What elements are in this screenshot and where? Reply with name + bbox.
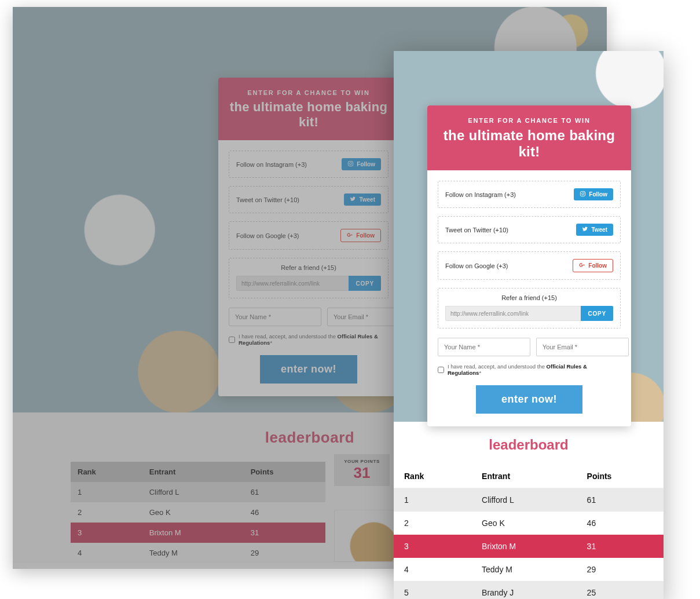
cell-entrant: Geo K bbox=[142, 502, 244, 523]
your-points-card: YOUR POINTS 31 bbox=[334, 454, 390, 486]
col-points: Points bbox=[244, 462, 325, 482]
follow-google-button[interactable]: Follow bbox=[340, 229, 381, 242]
tweet-button[interactable]: Tweet bbox=[576, 224, 613, 236]
leaderboard-table: Rank Entrant Points 1Clifford L612Geo K4… bbox=[394, 465, 664, 599]
cell-rank: 3 bbox=[394, 535, 471, 558]
action-label: Follow on Google (+3) bbox=[236, 232, 299, 239]
card-header: ENTER FOR A CHANCE TO WIN the ultimate h… bbox=[218, 78, 399, 140]
action-label: Follow on Google (+3) bbox=[445, 262, 508, 269]
entry-card: ENTER FOR A CHANCE TO WIN the ultimate h… bbox=[218, 78, 399, 396]
table-row: 4Teddy M29 bbox=[394, 558, 664, 581]
copy-link-button[interactable]: COPY bbox=[349, 276, 381, 291]
email-field[interactable] bbox=[536, 338, 629, 356]
cell-rank: 2 bbox=[71, 502, 142, 523]
cell-entrant: Brixton M bbox=[142, 523, 244, 543]
card-body: Follow on Instagram (+3) Follow Tweet on… bbox=[218, 140, 399, 396]
card-title: the ultimate home baking kit! bbox=[228, 100, 390, 130]
cell-points: 61 bbox=[244, 482, 325, 502]
referral-link-input[interactable] bbox=[236, 276, 349, 291]
action-instagram: Follow on Instagram (+3) Follow bbox=[229, 151, 389, 178]
cell-entrant: Clifford L bbox=[471, 488, 577, 512]
cell-entrant: Brixton M bbox=[471, 535, 577, 558]
consent-prefix: I have read, accept, and understood the bbox=[448, 363, 545, 370]
follow-instagram-button[interactable]: Follow bbox=[342, 158, 381, 170]
tweet-button[interactable]: Tweet bbox=[344, 193, 381, 206]
table-row: 2Geo K46 bbox=[394, 512, 664, 535]
name-field[interactable] bbox=[438, 338, 530, 356]
cell-entrant: Teddy M bbox=[142, 543, 244, 563]
svg-point-1 bbox=[350, 163, 352, 165]
your-points-label: YOUR POINTS bbox=[334, 459, 390, 464]
action-google: Follow on Google (+3) Follow bbox=[438, 251, 621, 280]
table-row: 1Clifford L61 bbox=[394, 488, 664, 512]
leaderboard-title: leaderboard bbox=[394, 437, 664, 453]
cell-points: 31 bbox=[244, 523, 325, 543]
card-header: ENTER FOR A CHANCE TO WIN the ultimate h… bbox=[427, 105, 631, 170]
table-row: 3Brixton M31 bbox=[71, 523, 325, 543]
enter-now-button[interactable]: enter now! bbox=[476, 385, 582, 414]
twitter-icon bbox=[350, 196, 356, 203]
refer-title: Refer a friend (+15) bbox=[236, 264, 381, 271]
cell-rank: 1 bbox=[71, 482, 142, 502]
cell-rank: 5 bbox=[394, 581, 471, 599]
cell-rank: 1 bbox=[394, 488, 471, 512]
consent-row[interactable]: I have read, accept, and understood the … bbox=[229, 333, 389, 346]
action-twitter: Tweet on Twitter (+10) Tweet bbox=[438, 216, 621, 243]
action-google: Follow on Google (+3) Follow bbox=[229, 221, 389, 250]
col-points: Points bbox=[577, 465, 664, 488]
follow-google-button[interactable]: Follow bbox=[573, 259, 613, 272]
svg-point-2 bbox=[352, 162, 353, 162]
pill-label: Tweet bbox=[591, 227, 607, 233]
consent-row[interactable]: I have read, accept, and understood the … bbox=[438, 363, 621, 376]
col-entrant: Entrant bbox=[471, 465, 577, 488]
cell-points: 25 bbox=[577, 581, 664, 599]
cell-points: 31 bbox=[577, 535, 664, 558]
follow-instagram-button[interactable]: Follow bbox=[574, 188, 613, 200]
refer-title: Refer a friend (+15) bbox=[445, 294, 613, 301]
cell-entrant: Teddy M bbox=[471, 558, 577, 581]
svg-point-5 bbox=[584, 192, 585, 192]
entry-card: ENTER FOR A CHANCE TO WIN the ultimate h… bbox=[427, 105, 631, 426]
cell-rank: 4 bbox=[71, 543, 142, 563]
table-row: 4Teddy M29 bbox=[71, 543, 325, 563]
col-entrant: Entrant bbox=[142, 462, 244, 482]
instagram-icon bbox=[347, 160, 354, 168]
pill-label: Follow bbox=[357, 161, 375, 167]
email-field[interactable] bbox=[327, 308, 399, 326]
cell-rank: 4 bbox=[394, 558, 471, 581]
refer-friend-box: Refer a friend (+15) COPY bbox=[229, 258, 389, 298]
col-rank: Rank bbox=[394, 465, 471, 488]
consent-suffix: * bbox=[479, 370, 481, 376]
action-label: Follow on Instagram (+3) bbox=[445, 191, 516, 198]
cell-rank: 3 bbox=[71, 523, 142, 543]
svg-point-4 bbox=[582, 193, 584, 195]
action-instagram: Follow on Instagram (+3) Follow bbox=[438, 181, 621, 208]
card-eyebrow: ENTER FOR A CHANCE TO WIN bbox=[437, 117, 622, 124]
action-twitter: Tweet on Twitter (+10) Tweet bbox=[229, 186, 389, 213]
consent-checkbox[interactable] bbox=[438, 367, 444, 373]
col-rank: Rank bbox=[71, 462, 142, 482]
leaderboard-section: leaderboard Rank Entrant Points 1Cliffor… bbox=[394, 422, 664, 599]
pill-label: Follow bbox=[588, 262, 607, 269]
name-field[interactable] bbox=[229, 308, 321, 326]
pill-label: Follow bbox=[356, 232, 375, 239]
twitter-icon bbox=[582, 226, 588, 233]
copy-link-button[interactable]: COPY bbox=[581, 306, 613, 321]
hero-background: ENTER FOR A CHANCE TO WIN the ultimate h… bbox=[394, 51, 664, 422]
referral-link-input[interactable] bbox=[445, 306, 581, 321]
pill-label: Tweet bbox=[359, 196, 375, 203]
action-label: Tweet on Twitter (+10) bbox=[445, 227, 508, 233]
card-body: Follow on Instagram (+3) Follow Tweet on… bbox=[427, 170, 631, 426]
your-points-value: 31 bbox=[334, 465, 390, 480]
pill-label: Follow bbox=[589, 191, 607, 198]
cell-entrant: Brandy J bbox=[471, 581, 577, 599]
cell-entrant: Clifford L bbox=[142, 482, 244, 502]
action-label: Tweet on Twitter (+10) bbox=[236, 196, 299, 203]
consent-suffix: * bbox=[270, 339, 272, 346]
consent-checkbox[interactable] bbox=[229, 337, 235, 343]
consent-prefix: I have read, accept, and understood the bbox=[239, 333, 336, 339]
enter-now-button[interactable]: enter now! bbox=[260, 355, 357, 383]
mobile-preview: ENTER FOR A CHANCE TO WIN the ultimate h… bbox=[394, 51, 664, 599]
table-row: 5Brandy J25 bbox=[394, 581, 664, 599]
cell-entrant: Geo K bbox=[471, 512, 577, 535]
